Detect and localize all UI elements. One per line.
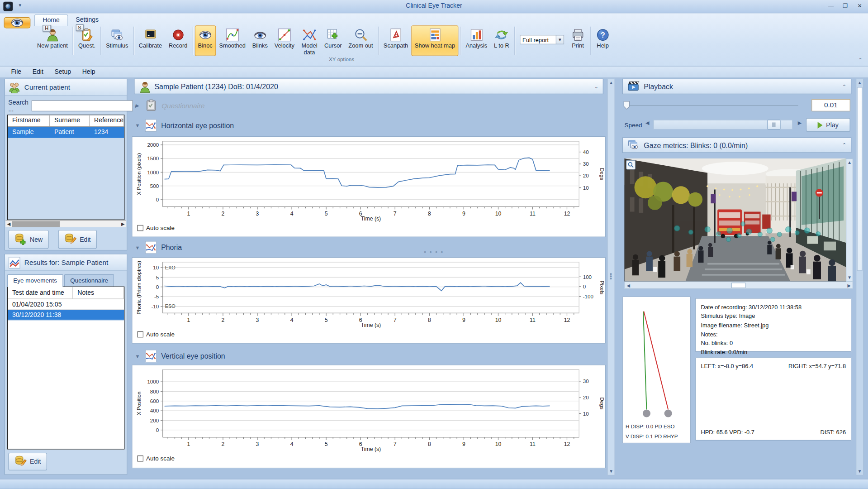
ribbon-button[interactable]: Smoothed: [216, 25, 249, 56]
scrollbar-thumb[interactable]: [731, 283, 746, 288]
ribbon-button[interactable]: New patient: [34, 25, 71, 56]
right-vertical-scrollbar[interactable]: ▲ ▼: [856, 79, 863, 475]
menu-item[interactable]: File: [5, 67, 27, 77]
main-vertical-scrollbar[interactable]: ▲ ●●● ▼: [607, 79, 615, 475]
maximize-button[interactable]: ❐: [838, 0, 853, 11]
auto-scale-checkbox[interactable]: Auto scale: [138, 225, 175, 231]
ribbon-button[interactable]: Calibrate: [135, 25, 165, 56]
questionnaire-section[interactable]: ▶ Questionnaire: [135, 99, 205, 112]
svg-text:5: 5: [325, 441, 328, 447]
scroll-right-icon[interactable]: ▶: [119, 221, 126, 226]
right-eye-coords: RIGHT: x=54.7 y=71.8: [788, 362, 846, 369]
ribbon-button[interactable]: Model data: [298, 25, 321, 56]
results-tab[interactable]: Eye movements: [7, 274, 63, 287]
horizontal-eye-chart[interactable]: 050010001500200010203040123456789101112X…: [133, 138, 605, 222]
phoria-section-header[interactable]: ▼ Phoria: [135, 240, 182, 255]
scroll-up-icon[interactable]: ▲: [608, 79, 615, 86]
scroll-up-icon[interactable]: ▲: [846, 159, 852, 166]
chevron-down-icon[interactable]: ▼: [556, 35, 564, 44]
image-vertical-scrollbar[interactable]: ▲ ▼: [846, 158, 853, 282]
scroll-down-icon[interactable]: ▼: [846, 274, 852, 281]
edit-patient-button[interactable]: Edit: [58, 230, 97, 249]
hpd-vpd-value: HPD: 65.6 VPD: -0.7: [701, 429, 754, 436]
collapse-down-icon[interactable]: ▼: [135, 353, 141, 359]
scroll-down-icon[interactable]: ▼: [608, 468, 615, 475]
ribbon-button[interactable]: Show heat map: [411, 25, 458, 56]
ribbon-button[interactable]: ? Help: [592, 25, 613, 56]
menu-item[interactable]: Help: [76, 67, 100, 77]
play-button[interactable]: Play: [806, 118, 850, 132]
checkbox-icon[interactable]: [138, 225, 143, 230]
result-row[interactable]: 01/04/2020 15:05: [8, 299, 124, 310]
ribbon-button[interactable]: Zoom out: [345, 25, 376, 56]
scroll-up-icon[interactable]: ▲: [856, 79, 863, 86]
vertical-eye-section-header[interactable]: ▼ Vertical eye position: [135, 349, 225, 364]
scrollbar-thumb[interactable]: [857, 87, 863, 271]
auto-scale-checkbox[interactable]: Auto scale: [138, 331, 175, 338]
ribbon-button[interactable]: Blinks: [249, 25, 271, 56]
edit-result-button[interactable]: Edit: [8, 453, 47, 470]
image-horizontal-scrollbar[interactable]: ◀ ▶: [625, 282, 853, 289]
ribbon-button[interactable]: L to R: [491, 25, 512, 56]
svg-text:12: 12: [564, 211, 570, 217]
column-header[interactable]: Firstname: [8, 115, 50, 126]
results-tab[interactable]: Questionnaire: [64, 274, 114, 287]
scroll-left-icon[interactable]: ◀: [626, 283, 630, 288]
menu-item[interactable]: Setup: [49, 67, 76, 77]
ribbon-button[interactable]: Scanpath: [380, 25, 411, 56]
collapse-down-icon[interactable]: ▼: [135, 244, 141, 250]
vertical-eye-chart[interactable]: 02004006008001000102030123456789101112X …: [133, 366, 605, 453]
collapse-up-icon[interactable]: ⌃: [842, 84, 846, 89]
speed-increase-icon[interactable]: ▶: [798, 120, 802, 126]
chevron-down-icon[interactable]: ⌄: [594, 84, 598, 89]
speed-decrease-icon[interactable]: ◀: [645, 120, 649, 126]
checkbox-icon[interactable]: [138, 455, 143, 461]
ribbon-button[interactable]: Stimulus: [103, 25, 132, 56]
playback-slider[interactable]: [625, 105, 798, 106]
patient-banner[interactable]: Sample Patient (1234) DoB: 01/4/2020 ⌄: [134, 79, 603, 94]
horizontal-eye-section-header[interactable]: ▼ Horizontal eye position: [135, 118, 234, 133]
ribbon-collapse-icon[interactable]: ⌃: [859, 57, 863, 62]
column-header[interactable]: Test date and time: [8, 287, 73, 299]
collapse-down-icon[interactable]: ▼: [135, 123, 141, 128]
splitter-grip[interactable]: ●●●: [609, 273, 612, 280]
gaze-metrics-header[interactable]: Gaze metrics: Blinks: 0 (0.0/min) ⌃: [622, 138, 852, 153]
playback-position-value[interactable]: 0.01: [811, 99, 850, 111]
scroll-down-icon[interactable]: ▼: [856, 468, 863, 475]
ribbon-button[interactable]: Cursor: [321, 25, 345, 56]
ribbon-tab[interactable]: Home H: [34, 14, 68, 26]
ribbon-tab[interactable]: Settings S: [68, 14, 106, 26]
close-button[interactable]: ✕: [853, 0, 867, 11]
column-header[interactable]: Surname: [50, 115, 90, 126]
minimize-button[interactable]: —: [824, 0, 838, 11]
stimulus-image[interactable]: [625, 158, 846, 282]
scrollbar-thumb[interactable]: [12, 221, 60, 227]
slider-thumb[interactable]: [623, 101, 631, 113]
search-input[interactable]: [32, 101, 133, 111]
checkbox-icon[interactable]: [138, 331, 143, 337]
magnifier-button[interactable]: [626, 160, 636, 170]
ribbon-button[interactable]: Record: [166, 25, 191, 56]
result-row[interactable]: 30/12/2020 11:38: [8, 310, 124, 320]
ribbon-button[interactable]: Binoc: [194, 25, 216, 56]
auto-scale-checkbox[interactable]: Auto scale: [138, 455, 175, 462]
patient-row[interactable]: Sample Patient 1234: [8, 127, 124, 138]
svg-text:4: 4: [290, 317, 294, 323]
speed-thumb[interactable]: [767, 120, 780, 129]
column-header[interactable]: Notes: [73, 287, 124, 299]
column-header[interactable]: Reference: [90, 115, 124, 126]
report-select[interactable]: Full report ▼: [520, 35, 564, 56]
svg-text:3: 3: [256, 211, 259, 217]
playback-header[interactable]: Playback ⌃: [622, 79, 852, 94]
phoria-chart[interactable]: -10-50510-1000100123456789101112EXOESOPh…: [133, 259, 605, 329]
scroll-right-icon[interactable]: ▶: [848, 283, 851, 288]
patient-table-hscrollbar[interactable]: ◀ ▶: [5, 220, 126, 227]
scroll-left-icon[interactable]: ◀: [5, 221, 12, 226]
collapse-up-icon[interactable]: ⌃: [842, 143, 846, 148]
ribbon-button[interactable]: Analysis: [462, 25, 491, 56]
menu-item[interactable]: Edit: [27, 67, 49, 77]
ribbon-button[interactable]: Print: [567, 25, 588, 56]
new-patient-button[interactable]: New: [8, 230, 48, 249]
expand-right-icon[interactable]: ▶: [135, 103, 141, 109]
ribbon-button[interactable]: Velocity: [271, 25, 298, 56]
